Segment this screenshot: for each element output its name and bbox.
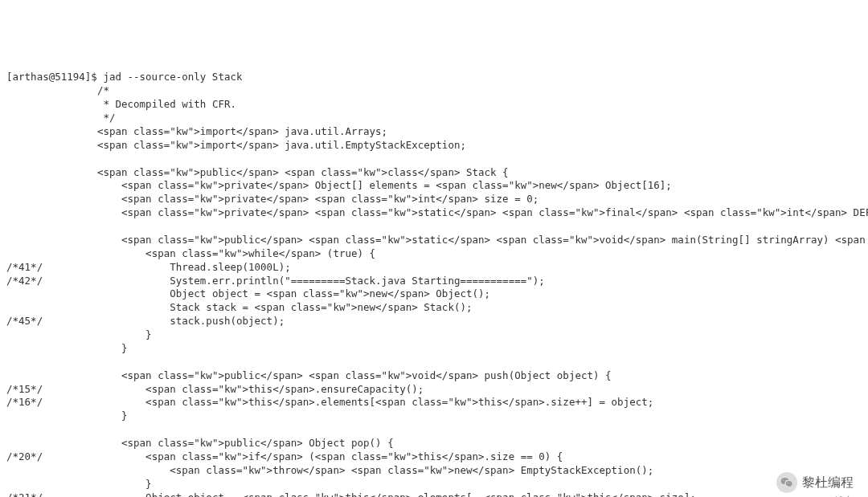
line-marker <box>6 220 55 232</box>
line-marker <box>6 287 55 299</box>
line-marker <box>6 139 55 151</box>
line-marker: /*20*/ <box>6 450 55 462</box>
line-marker: /*16*/ <box>6 396 55 408</box>
line-marker: /*45*/ <box>6 315 55 327</box>
code-screenshot: { "prompt": "[arthas@51194]$ jad --sourc… <box>6 17 862 497</box>
line-marker <box>6 206 55 218</box>
line-marker <box>6 409 55 422</box>
line-marker <box>6 356 55 368</box>
line-marker: /*21*/ <box>6 491 55 498</box>
terminal-output: [arthas@51194]$ jad --source-only Stack … <box>6 71 862 497</box>
line-marker: /*41*/ <box>6 261 55 273</box>
line-marker <box>6 84 55 96</box>
line-marker <box>6 369 55 381</box>
line-marker: /*15*/ <box>6 383 55 395</box>
line-marker <box>6 98 55 110</box>
line-marker: /*42*/ <box>6 275 55 287</box>
line-marker <box>6 125 55 137</box>
line-marker <box>6 464 55 476</box>
line-marker <box>6 342 55 354</box>
line-marker <box>6 437 55 449</box>
line-marker <box>6 247 55 259</box>
line-marker <box>6 478 55 490</box>
line-marker <box>6 153 55 165</box>
line-marker <box>6 423 55 435</box>
line-marker <box>6 112 55 124</box>
line-marker <box>6 328 55 340</box>
line-marker <box>6 179 55 191</box>
line-marker <box>6 234 55 246</box>
shell-prompt: [arthas@51194]$ jad --source-only Stack <box>6 71 243 83</box>
line-marker <box>6 193 55 205</box>
line-marker <box>6 166 55 178</box>
line-marker <box>6 301 55 313</box>
footer-attribution: https://blog.csdn.ne@51CTO博客 <box>705 482 854 498</box>
